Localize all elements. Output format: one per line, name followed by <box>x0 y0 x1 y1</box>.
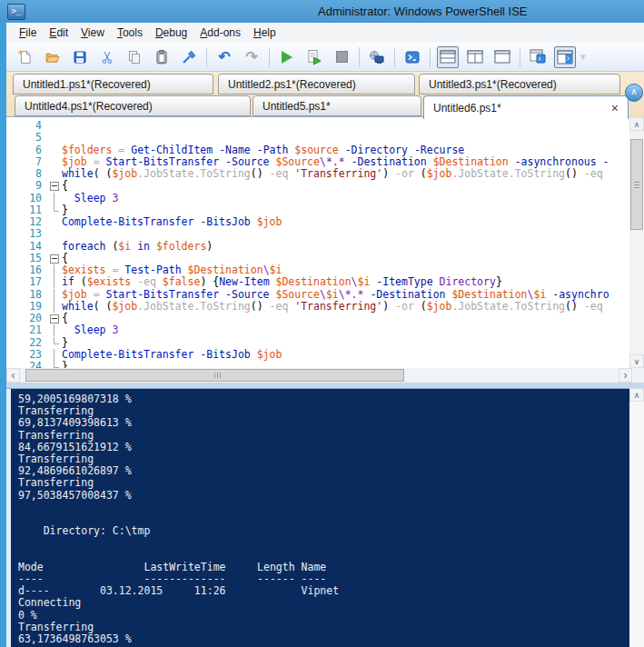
line-number: 17 <box>6 276 42 288</box>
menu-debug[interactable]: Debug <box>149 25 193 41</box>
clear-console-button[interactable] <box>178 46 200 68</box>
start-powershell-button[interactable] <box>401 46 423 68</box>
run-script-button[interactable] <box>276 46 298 68</box>
script-editor-pane[interactable]: 456$folders = Get-ChildItem -Name -Path … <box>6 117 629 368</box>
code-text: } <box>62 204 68 216</box>
cut-button[interactable] <box>96 46 118 68</box>
tab-label: Untitled3.ps1*(Recovered) <box>429 78 557 91</box>
menu-view[interactable]: View <box>74 25 111 41</box>
copy-button[interactable] <box>124 46 145 68</box>
line-number: 6 <box>6 144 42 156</box>
editor-vertical-scrollbar[interactable]: ∧ ∨ <box>629 117 644 368</box>
show-script-pane-maximized-button[interactable] <box>491 46 513 68</box>
stop-operation-button[interactable] <box>331 46 352 68</box>
code-text: Complete-BitsTransfer -BitsJob $job <box>62 216 282 228</box>
fold-guide <box>49 324 60 336</box>
paste-button[interactable] <box>151 46 173 68</box>
script-pane-toggle-button[interactable] <box>554 46 576 68</box>
code-line: 7$job = Start-BitsTransfer -Source $Sour… <box>6 156 629 168</box>
code-line: 15{ <box>6 253 629 264</box>
fold-guide <box>49 276 60 288</box>
show-command-window-button[interactable] <box>527 46 549 68</box>
menu-addons[interactable]: Add-ons <box>193 25 247 41</box>
code-line: 24} <box>6 361 629 368</box>
line-number: 23 <box>6 349 42 361</box>
tab-untitled2-ps1-recovered-[interactable]: Untitled2.ps1*(Recovered) <box>218 74 415 95</box>
toolbar-separator <box>269 47 270 67</box>
code-line: 23Complete-BitsTransfer -BitsJob $job <box>6 349 629 361</box>
menu-tools[interactable]: Tools <box>111 25 149 41</box>
code-text: { <box>62 313 68 324</box>
line-number: 10 <box>6 193 42 204</box>
code-line: 19while( ($job.JobState.ToString() -eq '… <box>6 301 629 313</box>
scroll-right-button[interactable]: › <box>619 368 632 383</box>
code-text: } <box>62 337 68 349</box>
editor-horizontal-scrollbar[interactable]: ‹ › <box>6 368 644 383</box>
console-output: 59,2005169807318 % Transferring 69,81374… <box>18 393 339 645</box>
tab-untitled4-ps1-recovered-[interactable]: Untitled4.ps1*(Recovered) <box>15 95 251 116</box>
new-remote-powershell-tab-button[interactable] <box>366 46 388 68</box>
toolbar-separator <box>430 47 431 67</box>
menu-file[interactable]: File <box>13 25 43 41</box>
fold-guide <box>49 361 60 368</box>
redo-button[interactable]: ↷ <box>241 46 263 68</box>
window-left-border <box>0 23 6 647</box>
code-text: $job = Start-BitsTransfer -Source $Sourc… <box>62 156 609 168</box>
menu-bar: FileEditViewToolsDebugAdd-onsHelp <box>6 23 644 43</box>
code-line: 20{ <box>6 313 629 324</box>
line-number: 12 <box>6 216 42 228</box>
toolbar-separator <box>359 47 360 67</box>
save-button[interactable] <box>69 46 91 68</box>
toolbar-separator <box>394 47 395 67</box>
line-number: 15 <box>6 253 42 264</box>
scroll-down-button[interactable]: ∨ <box>629 354 644 368</box>
tab-strip: Untitled1.ps1*(Recovered)Untitled2.ps1*(… <box>6 72 644 117</box>
editor-hscroll-thumb[interactable] <box>25 369 404 382</box>
line-number: 14 <box>6 241 42 253</box>
line-number: 4 <box>6 120 42 132</box>
scroll-up-button[interactable]: ∧ <box>629 117 644 131</box>
toolbar-separator <box>520 47 520 67</box>
fold-guide <box>49 337 60 349</box>
line-number: 20 <box>6 313 42 324</box>
tab-untitled1-ps1-recovered-[interactable]: Untitled1.ps1*(Recovered) <box>13 74 213 95</box>
console-pane[interactable]: 59,2005169807318 % Transferring 69,81374… <box>6 388 629 647</box>
code-line: 17if ($exists -eq $false) {New-Item $Des… <box>6 276 629 288</box>
run-selection-button[interactable] <box>303 46 325 68</box>
menu-edit[interactable]: Edit <box>43 25 74 41</box>
editor-vscroll-thumb[interactable] <box>630 139 643 230</box>
console-scrollbar[interactable]: ∧ <box>629 388 644 647</box>
tab-untitled5-ps1-[interactable]: Untitled5.ps1* <box>253 95 421 116</box>
fold-collapse-icon[interactable] <box>49 180 60 192</box>
fold-collapse-icon[interactable] <box>49 253 60 264</box>
tab-close-button[interactable]: × <box>604 102 619 114</box>
show-script-pane-right-button[interactable] <box>464 46 486 68</box>
line-number: 16 <box>6 264 42 276</box>
fold-guide <box>49 204 60 216</box>
scroll-left-button[interactable]: ‹ <box>6 368 20 383</box>
fold-guide <box>49 193 60 204</box>
code-text: { <box>62 180 68 192</box>
line-number: 9 <box>6 180 42 192</box>
code-line: 14foreach ($i in $folders) <box>6 241 629 253</box>
code-line: 16$exists = Test-Path $Destination\$i <box>6 264 629 276</box>
tab-untitled3-ps1-recovered-[interactable]: Untitled3.ps1*(Recovered) <box>419 74 620 95</box>
redo-icon: ↷ <box>245 50 257 65</box>
line-number: 19 <box>6 301 42 313</box>
fold-collapse-icon[interactable] <box>49 313 60 324</box>
code-text: while( ($job.JobState.ToString() -eq 'Tr… <box>62 301 603 313</box>
toolbar-overflow-icon[interactable]: ▾ <box>580 51 586 63</box>
new-script-button[interactable] <box>15 46 36 68</box>
show-script-pane-top-button[interactable] <box>437 46 459 68</box>
tab-untitled6-ps1-[interactable]: Untitled6.ps1*× <box>423 95 629 119</box>
menu-help[interactable]: Help <box>247 25 282 41</box>
code-line: 21 Sleep 3 <box>6 324 629 336</box>
title-bar[interactable]: >_ Administrator: Windows PowerShell ISE <box>0 0 644 23</box>
scroll-up-button[interactable]: ∧ <box>629 388 644 402</box>
open-script-button[interactable] <box>42 46 64 68</box>
tab-scroll-up-button[interactable]: ∧ <box>625 84 643 102</box>
line-number: 22 <box>6 337 42 349</box>
undo-button[interactable]: ↶ <box>213 46 235 68</box>
code-text: while( ($job.JobState.ToString() -eq 'Tr… <box>62 168 603 180</box>
tab-label: Untitled4.ps1*(Recovered) <box>25 100 153 113</box>
